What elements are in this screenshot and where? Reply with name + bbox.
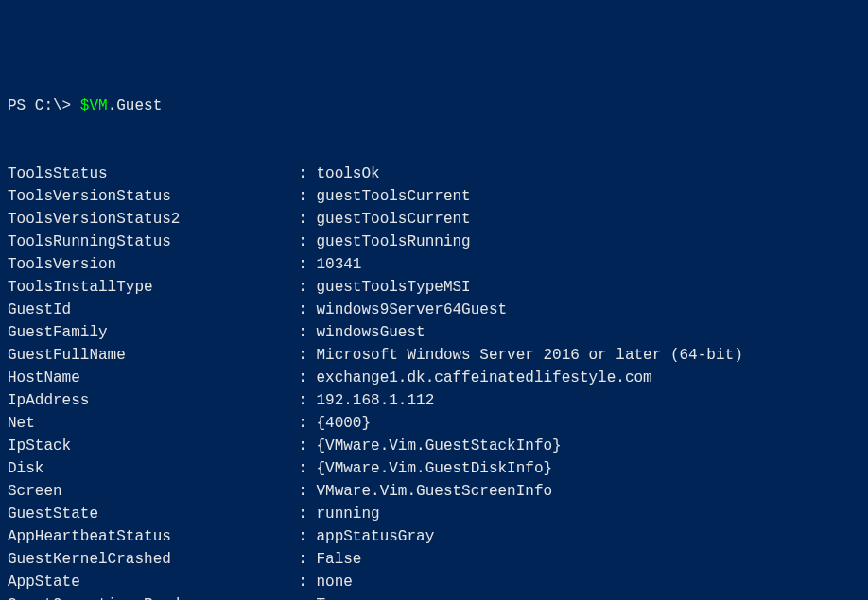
- separator: :: [298, 392, 316, 409]
- property-name: GuestId: [8, 299, 298, 321]
- property-name: Disk: [8, 457, 298, 480]
- property-name: GuestFamily: [8, 321, 298, 344]
- property-value: guestToolsCurrent: [316, 211, 470, 228]
- variable-token: $VM: [80, 97, 108, 114]
- property-value: 192.168.1.112: [316, 392, 434, 409]
- separator: :: [298, 324, 316, 341]
- property-value: windows9Server64Guest: [316, 301, 507, 318]
- separator: :: [298, 165, 316, 182]
- property-name: GuestOperationsReady: [8, 593, 298, 600]
- property-name: Screen: [8, 480, 298, 503]
- property-name: AppState: [8, 571, 298, 593]
- output-row: ToolsVersionStatus : guestToolsCurrent: [8, 185, 860, 208]
- property-value: False: [316, 551, 361, 568]
- output-row: GuestFamily : windowsGuest: [8, 321, 860, 344]
- property-value: none: [316, 574, 352, 591]
- property-access: .Guest: [108, 97, 163, 114]
- separator: :: [298, 347, 316, 364]
- separator: :: [298, 369, 316, 386]
- property-value: {VMware.Vim.GuestStackInfo}: [316, 437, 561, 454]
- output-row: Net : {4000}: [8, 412, 860, 435]
- property-name: ToolsVersionStatus: [8, 185, 298, 208]
- property-value: running: [316, 506, 379, 523]
- property-value: guestToolsCurrent: [316, 188, 470, 205]
- output-row: ToolsStatus : toolsOk: [8, 163, 860, 185]
- property-value: guestToolsTypeMSI: [316, 279, 470, 296]
- separator: :: [298, 437, 316, 454]
- property-name: ToolsVersionStatus2: [8, 208, 298, 231]
- property-name: ToolsStatus: [8, 163, 298, 185]
- property-value: {4000}: [316, 415, 371, 432]
- output-row: Screen : VMware.Vim.GuestScreenInfo: [8, 480, 860, 503]
- property-value: {VMware.Vim.GuestDiskInfo}: [316, 460, 552, 477]
- output-row: GuestState : running: [8, 503, 860, 525]
- prompt-prefix: PS C:\>: [8, 97, 80, 114]
- separator: :: [298, 188, 316, 205]
- property-name: ToolsVersion: [8, 253, 298, 276]
- separator: :: [298, 415, 316, 432]
- property-name: IpStack: [8, 435, 298, 457]
- property-value: VMware.Vim.GuestScreenInfo: [316, 483, 552, 500]
- output-row: IpAddress : 192.168.1.112: [8, 389, 860, 412]
- separator: :: [298, 574, 316, 591]
- separator: :: [298, 233, 316, 250]
- property-name: ToolsInstallType: [8, 276, 298, 299]
- property-value: 10341: [316, 256, 361, 273]
- output-row: GuestFullName : Microsoft Windows Server…: [8, 344, 860, 367]
- output-row: ToolsVersion : 10341: [8, 253, 860, 276]
- output-row: GuestOperationsReady : True: [8, 593, 860, 600]
- output-row: AppHeartbeatStatus : appStatusGray: [8, 525, 860, 548]
- separator: :: [298, 483, 316, 500]
- separator: :: [298, 279, 316, 296]
- property-value: exchange1.dk.caffeinatedlifestyle.com: [316, 369, 651, 386]
- separator: :: [298, 211, 316, 228]
- separator: :: [298, 528, 316, 545]
- property-value: windowsGuest: [316, 324, 425, 341]
- property-value: True: [316, 596, 352, 600]
- separator: :: [298, 301, 316, 318]
- output-row: ToolsInstallType : guestToolsTypeMSI: [8, 276, 860, 299]
- property-name: GuestKernelCrashed: [8, 548, 298, 571]
- separator: :: [298, 256, 316, 273]
- output-row: HostName : exchange1.dk.caffeinatedlifes…: [8, 367, 860, 389]
- property-name: IpAddress: [8, 389, 298, 412]
- property-name: GuestState: [8, 503, 298, 525]
- output-row: GuestKernelCrashed : False: [8, 548, 860, 571]
- property-name: GuestFullName: [8, 344, 298, 367]
- output-row: AppState : none: [8, 571, 860, 593]
- command-prompt-line[interactable]: PS C:\> $VM.Guest: [8, 94, 860, 117]
- property-name: Net: [8, 412, 298, 435]
- output-row: ToolsRunningStatus : guestToolsRunning: [8, 231, 860, 253]
- property-name: AppHeartbeatStatus: [8, 525, 298, 548]
- property-value: guestToolsRunning: [316, 233, 470, 250]
- output-row: Disk : {VMware.Vim.GuestDiskInfo}: [8, 457, 860, 480]
- separator: :: [298, 551, 316, 568]
- output-row: ToolsVersionStatus2 : guestToolsCurrent: [8, 208, 860, 231]
- property-name: HostName: [8, 367, 298, 389]
- property-value: appStatusGray: [316, 528, 434, 545]
- property-value: toolsOk: [316, 165, 379, 182]
- separator: :: [298, 596, 316, 600]
- output-row: IpStack : {VMware.Vim.GuestStackInfo}: [8, 435, 860, 457]
- output-block: ToolsStatus : toolsOkToolsVersionStatus …: [8, 163, 860, 600]
- output-row: GuestId : windows9Server64Guest: [8, 299, 860, 321]
- separator: :: [298, 506, 316, 523]
- property-name: ToolsRunningStatus: [8, 231, 298, 253]
- separator: :: [298, 460, 316, 477]
- property-value: Microsoft Windows Server 2016 or later (…: [316, 347, 742, 364]
